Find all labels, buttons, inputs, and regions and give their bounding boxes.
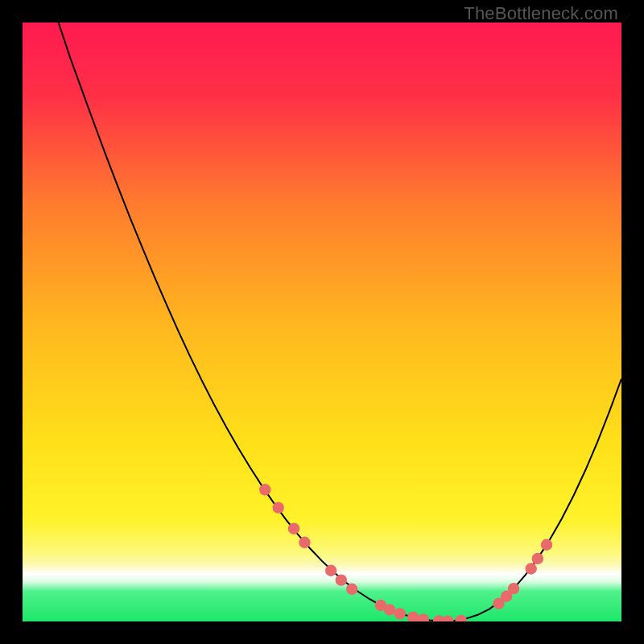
data-marker (541, 539, 552, 551)
data-marker (259, 484, 270, 495)
data-marker (384, 604, 395, 615)
data-marker (525, 563, 536, 574)
data-marker (288, 522, 299, 534)
data-marker (325, 565, 336, 576)
data-marker (394, 608, 406, 619)
data-marker (299, 537, 310, 548)
bottleneck-chart (23, 23, 621, 621)
gradient-background (23, 23, 621, 621)
data-marker (508, 583, 519, 594)
data-marker (346, 584, 357, 595)
watermark-text: TheBottleneck.com (464, 3, 618, 24)
data-marker (532, 553, 543, 564)
chart-frame (23, 23, 621, 621)
data-marker (336, 574, 347, 585)
data-marker (272, 502, 283, 513)
